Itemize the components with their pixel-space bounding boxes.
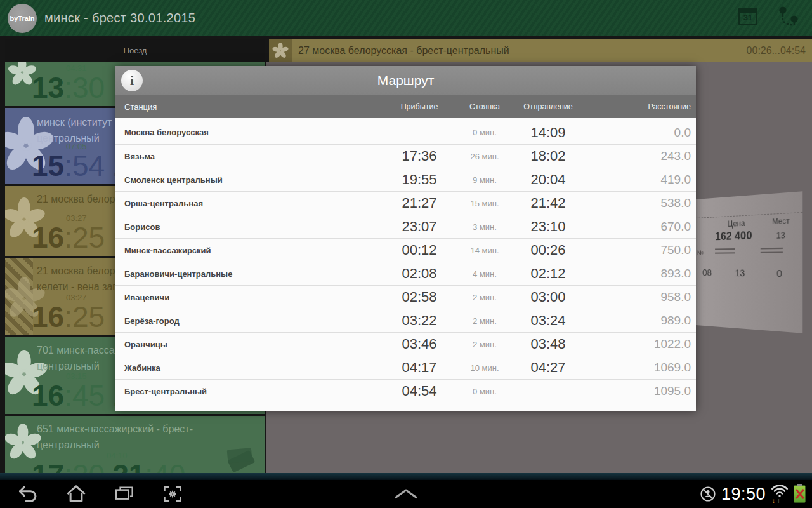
departure-cell: 14:09 bbox=[516, 124, 580, 141]
selected-train-times: 00:26...04:54 bbox=[747, 45, 806, 57]
station-cell: Минск-пассажирский bbox=[115, 246, 386, 255]
station-cell: Барановичи-центральные bbox=[115, 269, 386, 279]
back-button[interactable] bbox=[5, 480, 51, 508]
table-row[interactable]: Минск-пассажирский 00:12 14 мин. 00:26 7… bbox=[115, 238, 696, 262]
train-title-2: центральный bbox=[37, 361, 100, 372]
expand-tray-chevron[interactable] bbox=[383, 480, 429, 508]
stop-cell: 0 мин. bbox=[453, 128, 516, 137]
table-row[interactable]: Оранчицы 03:46 2 мин. 03:48 1022.0 bbox=[115, 332, 696, 356]
departure-cell: 04:27 bbox=[516, 359, 580, 376]
arrival-cell: 02:58 bbox=[386, 289, 453, 305]
screen: byTrain минск - брест 30.01.2015 31 Поез… bbox=[0, 0, 812, 508]
screenshot-button[interactable] bbox=[150, 480, 195, 508]
station-cell: Жабинка bbox=[115, 363, 386, 373]
departure-time: 16:25 bbox=[32, 302, 105, 331]
station-cell: Ивацевичи bbox=[115, 293, 386, 302]
table-row[interactable]: Ивацевичи 02:58 2 мин. 03:00 958.0 bbox=[115, 285, 696, 309]
stop-cell: 10 мин. bbox=[453, 363, 516, 373]
station-cell: Брест-центральный bbox=[115, 387, 386, 396]
table-header-row: Станция Прибытие Стоянка Отправление Рас… bbox=[115, 95, 696, 118]
selected-train-row[interactable]: 27 москва белорусская - брест-центральны… bbox=[269, 39, 812, 62]
train-title: 701 минск-пасса bbox=[37, 345, 115, 356]
arrival-cell: 02:08 bbox=[386, 265, 453, 282]
stop-cell: 9 мин. bbox=[453, 175, 516, 185]
table-row[interactable]: Смоленск центральный 19:55 9 мин. 20:04 … bbox=[115, 168, 696, 191]
table-row[interactable]: Жабинка 04:17 10 мин. 04:27 1069.0 bbox=[115, 356, 696, 379]
arrival-cell: 19:55 bbox=[386, 171, 453, 188]
departure-cell: 23:10 bbox=[516, 218, 580, 235]
distance-cell: 1022.0 bbox=[580, 337, 696, 351]
route-map-icon[interactable] bbox=[775, 5, 801, 28]
train-title: 21 москва белору bbox=[37, 194, 120, 205]
system-navbar: 19:50 ↓↑ bbox=[0, 480, 812, 508]
card-cell: 08 bbox=[696, 267, 719, 278]
table-row[interactable]: Берёза-город 03:22 2 мин. 03:24 989.0 bbox=[115, 309, 696, 332]
distance-cell: 0.0 bbox=[580, 126, 696, 140]
status-cluster[interactable]: 19:50 ↓↑ bbox=[699, 480, 806, 508]
dash-marks bbox=[704, 248, 748, 257]
column-station: Станция bbox=[115, 102, 386, 112]
arrival-cell: 04:54 bbox=[386, 383, 453, 399]
bytrain-logo: byTrain bbox=[8, 4, 37, 33]
departure-cell: 00:26 bbox=[516, 242, 580, 258]
station-cell: Берёза-город bbox=[115, 316, 386, 326]
battery-icon bbox=[794, 485, 806, 503]
departure-cell: 03:48 bbox=[516, 336, 580, 352]
station-cell: Борисов bbox=[115, 222, 386, 232]
stop-cell: 3 мин. bbox=[453, 222, 516, 232]
arrival-cell: 03:22 bbox=[386, 312, 453, 329]
column-arrival: Прибытие bbox=[386, 102, 453, 111]
distance-cell: 419.0 bbox=[580, 173, 696, 187]
departure-cell: 18:02 bbox=[516, 148, 580, 164]
departure-arrival-time: 17:2021:40 bbox=[32, 460, 185, 473]
stop-cell: 2 мин. bbox=[453, 316, 516, 326]
train-title: 651 минск-пассажирский - брест- bbox=[37, 424, 193, 435]
station-cell: Смоленск центральный bbox=[115, 175, 386, 185]
departure-cell: 21:42 bbox=[516, 195, 580, 211]
distance-cell: 670.0 bbox=[580, 220, 696, 234]
table-row[interactable]: Орша-центральная 21:27 15 мин. 21:42 538… bbox=[115, 191, 696, 215]
wifi-traffic-arrows: ↓↑ bbox=[772, 498, 780, 504]
recents-button[interactable] bbox=[102, 480, 147, 508]
info-icon[interactable]: i bbox=[121, 70, 143, 91]
column-departure: Отправление bbox=[516, 102, 580, 111]
home-button[interactable] bbox=[53, 480, 99, 508]
list-item[interactable]: 651 минск-пассажирский - брест- централь… bbox=[5, 416, 265, 473]
table-row[interactable]: Вязьма 17:36 26 мин. 18:02 243.0 bbox=[115, 144, 696, 168]
arrival-cell: 04:17 bbox=[386, 359, 453, 376]
arrival-cell: 00:12 bbox=[386, 242, 453, 258]
card-cell: 13 bbox=[719, 267, 763, 279]
arrival-cell: 23:07 bbox=[386, 218, 453, 235]
calendar-day-label: 31 bbox=[738, 13, 757, 22]
stop-cell: 26 мин. bbox=[453, 152, 516, 161]
distance-cell: 538.0 bbox=[580, 196, 696, 210]
station-cell: Орша-центральная bbox=[115, 199, 386, 208]
card-cell: 0 bbox=[763, 267, 797, 279]
clock: 19:50 bbox=[721, 485, 766, 504]
distance-cell: 893.0 bbox=[580, 267, 696, 281]
seats-column-header: Мест bbox=[765, 216, 797, 227]
distance-cell: 1095.0 bbox=[580, 384, 696, 398]
selected-train-label: 27 москва белорусская - брест-центральны… bbox=[298, 45, 747, 57]
dash-marks bbox=[748, 247, 797, 256]
page-title: минск - брест 30.01.2015 bbox=[44, 11, 195, 25]
wifi-icon: ↓↑ bbox=[770, 484, 789, 504]
table-row[interactable]: Брест-центральный 04:54 0 мин. 1095.0 bbox=[115, 379, 696, 403]
table-row[interactable]: Москва белорусская 0 мин. 14:09 0.0 bbox=[115, 121, 696, 144]
stop-cell: 2 мин. bbox=[453, 340, 516, 349]
distance-cell: 1069.0 bbox=[580, 361, 696, 375]
train-title: минск (институт к bbox=[37, 117, 119, 128]
arrival-cell: 17:36 bbox=[386, 148, 453, 164]
dialog-title: Маршрут bbox=[143, 73, 669, 88]
table-row[interactable]: Борисов 23:07 3 мин. 23:10 670.0 bbox=[115, 215, 696, 238]
car-number-label: № bbox=[697, 249, 704, 257]
departure-cell: 03:00 bbox=[516, 289, 580, 305]
route-table: Москва белорусская 0 мин. 14:09 0.0 Вязь… bbox=[115, 118, 696, 411]
seats-value: 13 bbox=[765, 230, 797, 241]
station-cell: Оранчицы bbox=[115, 340, 386, 349]
calendar-icon[interactable]: 31 bbox=[738, 5, 757, 27]
action-bar: byTrain минск - брест 30.01.2015 31 bbox=[0, 0, 812, 36]
train-flower-icon bbox=[269, 39, 292, 62]
price-value: 162 400 bbox=[704, 229, 765, 244]
table-row[interactable]: Барановичи-центральные 02:08 4 мин. 02:1… bbox=[115, 262, 696, 285]
